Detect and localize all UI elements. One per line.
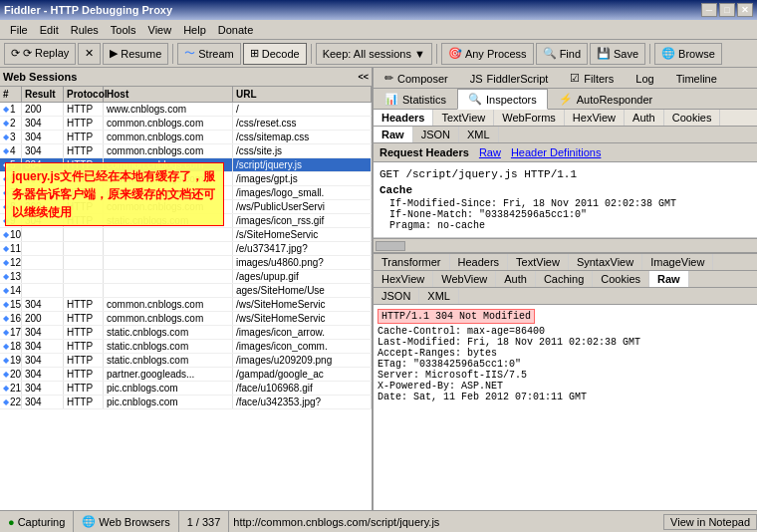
table-row[interactable]: ◆ 17 304 HTTP static.cnblogs.com /images… (0, 326, 372, 340)
sub-tab-raw[interactable]: Raw (374, 127, 413, 142)
cell-result (22, 228, 64, 241)
composer-icon: ✏ (384, 72, 393, 85)
sub-tab-webforms[interactable]: WebForms (494, 110, 565, 126)
minimize-button[interactable]: ─ (701, 3, 717, 17)
right-panel: ✏ Composer JS FiddlerScript ☑ Filters Lo… (374, 68, 757, 510)
bottom-tab-auth[interactable]: Auth (496, 271, 536, 287)
menu-file[interactable]: File (4, 22, 34, 38)
tab-filters[interactable]: ☑ Filters (559, 68, 625, 88)
table-row[interactable]: ◆ 16 200 HTTP common.cnblogs.com /ws/Sit… (0, 312, 372, 326)
cell-url: /ws/SiteHomeServic (233, 298, 372, 311)
table-row[interactable]: ◆ 21 304 HTTP pic.cnblogs.com /face/u106… (0, 382, 372, 396)
sub-tab-cookies[interactable]: Cookies (664, 110, 721, 126)
decode-button[interactable]: ⊞ Decode (243, 43, 307, 65)
any-process-button[interactable]: 🎯 Any Process (441, 43, 534, 65)
save-button[interactable]: 💾 Save (590, 43, 645, 65)
response-line-4: Accept-Ranges: bytes (378, 348, 753, 359)
tab-inspectors[interactable]: 🔍 Inspectors (457, 89, 548, 110)
menu-view[interactable]: View (142, 22, 178, 38)
scroll-thumb[interactable] (376, 241, 405, 251)
row-number: 10 (10, 229, 21, 240)
maximize-button[interactable]: □ (719, 3, 735, 17)
bottom-tab-xml[interactable]: XML (419, 288, 459, 304)
tab-fiddlerscript[interactable]: JS FiddlerScript (459, 68, 560, 88)
raw-link[interactable]: Raw (479, 146, 501, 158)
table-row[interactable]: ◆ 4 304 HTTP common.cnblogs.com /css/sit… (0, 144, 372, 158)
table-row[interactable]: ◆ 10 /s/SiteHomeServic (0, 228, 372, 242)
table-row[interactable]: ◆ 1 200 HTTP www.cnblogs.com / (0, 103, 372, 117)
sub-tab-headers[interactable]: Headers (374, 110, 433, 126)
table-row[interactable]: ◆ 22 304 HTTP pic.cnblogs.com /face/u342… (0, 396, 372, 409)
bottom-tab-cookies[interactable]: Cookies (593, 271, 649, 287)
bottom-tab-transformer[interactable]: Transformer (374, 254, 450, 270)
bottom-tab-webview[interactable]: WebView (433, 271, 496, 287)
close-button[interactable]: ✕ (737, 3, 753, 17)
bottom-tab-hexview[interactable]: HexView (374, 271, 433, 287)
table-row[interactable]: ◆ 18 304 HTTP static.cnblogs.com /images… (0, 340, 372, 354)
replay-button[interactable]: ⟳ ⟳ Replay (4, 43, 76, 65)
table-row[interactable]: ◆ 11 /e/u373417.jpg? (0, 242, 372, 256)
tab-statistics[interactable]: 📊 Statistics (374, 89, 457, 109)
col-header-protocol[interactable]: Protocol (64, 87, 104, 102)
menu-tools[interactable]: Tools (105, 22, 142, 38)
row-number: 13 (10, 271, 21, 282)
table-row[interactable]: ◆ 15 304 HTTP common.cnblogs.com /ws/Sit… (0, 298, 372, 312)
menu-help[interactable]: Help (177, 22, 212, 38)
table-row[interactable]: ◆ 3 304 HTTP common.cnblogs.com /css/sit… (0, 131, 372, 144)
cell-num: ◆ 19 (0, 354, 22, 367)
cell-num: ◆ 21 (0, 382, 22, 395)
table-row[interactable]: ◆ 14 ages/SiteHome/Use (0, 284, 372, 298)
col-header-url[interactable]: URL (233, 87, 372, 102)
menu-donate[interactable]: Donate (212, 22, 259, 38)
cell-num: ◆ 22 (0, 396, 22, 408)
table-row[interactable]: ◆ 2 304 HTTP common.cnblogs.com /css/res… (0, 117, 372, 131)
bottom-tab-caching[interactable]: Caching (536, 271, 593, 287)
col-header-num[interactable]: # (0, 87, 22, 102)
cell-result: 304 (22, 368, 64, 381)
bottom-tab-raw[interactable]: Raw (649, 271, 689, 287)
tab-log[interactable]: Log (625, 68, 664, 88)
row-icon: ◆ (3, 398, 9, 406)
bottom-tab-syntaxview[interactable]: SyntaxView (569, 254, 642, 270)
tab-composer[interactable]: ✏ Composer (374, 68, 459, 88)
sub-tab-json[interactable]: JSON (413, 127, 459, 142)
header-defs-link[interactable]: Header Definitions (511, 146, 602, 158)
cell-url: /face/u106968.gif (233, 382, 372, 395)
menu-edit[interactable]: Edit (34, 22, 65, 38)
table-row[interactable]: ◆ 13 /ages/upup.gif (0, 270, 372, 284)
table-row[interactable]: ◆ 12 images/u4860.png? (0, 256, 372, 270)
tab-autoresponder[interactable]: ⚡ AutoResponder (548, 89, 663, 109)
cell-num: ◆ 20 (0, 368, 22, 381)
sub-tab-auth[interactable]: Auth (625, 110, 664, 126)
bottom-tab-headers[interactable]: Headers (450, 254, 509, 270)
close-x-button[interactable]: ✕ (78, 43, 101, 65)
bottom-tab-json[interactable]: JSON (374, 288, 419, 304)
row-number: 1 (10, 104, 16, 115)
cell-num: ◆ 10 (0, 228, 22, 241)
window-title: Fiddler - HTTP Debugging Proxy (4, 4, 172, 16)
col-header-result[interactable]: Result (22, 87, 64, 102)
bottom-tab-textview[interactable]: TextView (508, 254, 569, 270)
stream-button[interactable]: 〜 Stream (177, 43, 240, 65)
table-row[interactable]: ◆ 20 304 HTTP partner.googleads... /gamp… (0, 368, 372, 382)
menu-rules[interactable]: Rules (65, 22, 105, 38)
find-button[interactable]: 🔍 Find (536, 43, 588, 65)
col-header-host[interactable]: Host (104, 87, 233, 102)
collapse-button[interactable]: << (358, 72, 369, 82)
table-row[interactable]: ◆ 19 304 HTTP static.cnblogs.com /images… (0, 354, 372, 368)
bottom-tab-imageview[interactable]: ImageView (642, 254, 713, 270)
cell-host: common.cnblogs.com (104, 117, 233, 130)
target-icon: 🎯 (448, 47, 462, 60)
cell-result: 304 (22, 354, 64, 367)
keep-dropdown[interactable]: Keep: All sessions ▼ (316, 43, 432, 65)
table-body[interactable]: ◆ 1 200 HTTP www.cnblogs.com / ◆ 2 304 H… (0, 103, 372, 506)
sub-tab-hexview[interactable]: HexView (565, 110, 625, 126)
sub-tab-textview[interactable]: TextView (433, 110, 494, 126)
horizontal-scrollbar[interactable] (374, 238, 757, 252)
browse-button[interactable]: 🌐 Browse (654, 43, 722, 65)
response-content: HTTP/1.1 304 Not Modified Cache-Control:… (374, 305, 757, 510)
sub-tab-xml[interactable]: XML (459, 127, 499, 142)
resume-button[interactable]: ▶ Resume (103, 43, 168, 65)
view-notepad-button[interactable]: View in Notepad (663, 514, 757, 530)
tab-timeline[interactable]: Timeline (665, 68, 728, 88)
